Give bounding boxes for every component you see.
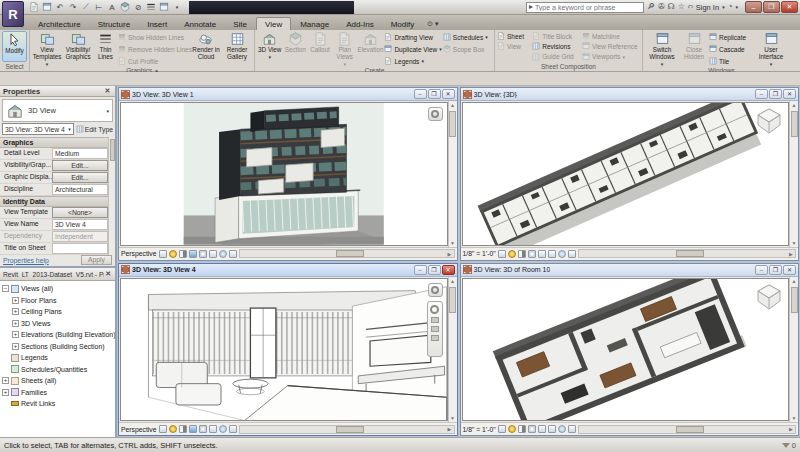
show-crop-icon[interactable]	[209, 250, 217, 258]
tree-item-revit-links[interactable]: Revit Links	[2, 398, 115, 410]
vertical-scrollbar[interactable]: ▲▼	[789, 277, 798, 423]
filter-icon[interactable]	[782, 443, 790, 448]
schedules-button[interactable]: Schedules▾	[443, 32, 492, 42]
crop-view-icon[interactable]	[528, 250, 536, 258]
reveal-hidden-icon[interactable]	[568, 425, 576, 433]
scroll-up-icon[interactable]: ▲	[450, 101, 455, 109]
ribbon-cycle-icon[interactable]: ⊙ ▾	[423, 18, 442, 30]
property-row[interactable]: Visibility/Grap...Edit...	[0, 160, 115, 172]
shadows-icon[interactable]	[179, 425, 187, 433]
property-row[interactable]: View Template<None>	[0, 207, 115, 219]
expand-icon[interactable]: +	[12, 343, 19, 350]
guide-grid-button[interactable]: Guide Grid	[532, 52, 576, 62]
viewport-title-bar[interactable]: 3D View: 3D View 1 –❐✕	[119, 88, 457, 101]
section-identity-data[interactable]: Identity Data«	[0, 196, 115, 207]
application-menu-button[interactable]: R	[2, 1, 24, 27]
close-hidden-button[interactable]: Close Hidden	[680, 31, 708, 67]
view-template-button[interactable]: <None>	[52, 207, 108, 218]
search-box[interactable]: ▸	[526, 2, 644, 13]
plan-views-button[interactable]: Plan Views▾	[333, 31, 357, 67]
legends-button[interactable]: Legends▾	[384, 56, 441, 66]
close-button[interactable]: ✕	[442, 89, 455, 99]
section-graphics[interactable]: Graphics«	[0, 137, 115, 148]
scope-box-button[interactable]: Scope Box	[443, 44, 492, 54]
signin-chevron-icon[interactable]: ▾	[722, 5, 725, 10]
expand-icon[interactable]: +	[2, 377, 9, 384]
minimize-button[interactable]: –	[414, 89, 427, 99]
restore-button[interactable]: ❐	[763, 1, 780, 13]
help-icon[interactable]: ◔	[728, 3, 733, 11]
horizontal-scrollbar[interactable]: ▶	[239, 249, 455, 258]
tree-item-sections[interactable]: +Sections (Building Section)	[2, 341, 115, 353]
shadows-icon[interactable]	[518, 250, 526, 258]
scroll-down-icon[interactable]: ▼	[450, 414, 455, 422]
property-row[interactable]: DependencyIndependent	[0, 231, 115, 243]
minimize-button[interactable]: –	[414, 265, 427, 275]
tab-site[interactable]: Site	[225, 18, 255, 30]
show-rendering-icon[interactable]	[189, 250, 197, 258]
scroll-right-icon[interactable]: ▶	[787, 250, 795, 257]
temporary-hide-icon[interactable]	[219, 425, 227, 433]
vertical-scrollbar[interactable]: ▲▼	[448, 101, 457, 247]
reveal-hidden-icon[interactable]	[568, 250, 576, 258]
tree-item-floor-plans[interactable]: +Floor Plans	[2, 295, 115, 307]
sun-path-icon[interactable]	[508, 250, 516, 258]
measure-icon[interactable]: ⟋	[80, 2, 92, 13]
temporary-hide-icon[interactable]	[219, 250, 227, 258]
full-navigation-wheel-icon[interactable]	[430, 305, 439, 314]
restore-button[interactable]: ❐	[428, 89, 441, 99]
chevron-down-icon[interactable]: ▾	[106, 108, 109, 114]
thin-lines-icon[interactable]	[145, 2, 157, 13]
search-icon[interactable]: 🔎︎	[647, 3, 655, 11]
customize-qat-icon[interactable]: ▾	[171, 2, 183, 13]
scroll-down-icon[interactable]: ▼	[792, 239, 797, 247]
crop-view-icon[interactable]	[199, 425, 207, 433]
tree-item-views[interactable]: −Views (all)	[2, 283, 115, 295]
restore-button[interactable]: ❐	[769, 89, 782, 99]
drafting-view-button[interactable]: Drafting View	[384, 32, 441, 42]
project-browser-header[interactable]: Revit_LT_2013-Dataset_V5.rvt - Proje... …	[0, 268, 115, 281]
viewcube[interactable]	[754, 107, 784, 135]
tree-item-ceiling-plans[interactable]: +Ceiling Plans	[2, 306, 115, 318]
scroll-right-icon[interactable]: ▶	[787, 426, 795, 433]
expand-icon[interactable]: +	[12, 308, 19, 315]
text-icon[interactable]: A	[106, 2, 118, 13]
property-value[interactable]	[52, 243, 108, 254]
orbit-icon[interactable]	[431, 335, 439, 341]
restore-button[interactable]: ❐	[428, 265, 441, 275]
visibility-graphics-button[interactable]: Visibility/ Graphics	[63, 31, 93, 67]
expand-icon[interactable]: +	[2, 389, 9, 396]
elevation-button[interactable]: Elevation	[358, 31, 384, 67]
render-in-cloud-button[interactable]: Render in Cloud	[191, 31, 221, 67]
cut-profile-button[interactable]: Cut Profile	[118, 56, 190, 66]
scroll-up-icon[interactable]: ▲	[792, 101, 797, 109]
close-button[interactable]: ✕	[783, 89, 796, 99]
show-crop-icon[interactable]	[538, 250, 546, 258]
tree-item-3d-views[interactable]: +3D Views	[2, 318, 115, 330]
minimize-button[interactable]: –	[755, 265, 768, 275]
sun-path-icon[interactable]	[169, 250, 177, 258]
expand-icon[interactable]: +	[12, 320, 19, 327]
lock-view-icon[interactable]	[548, 250, 556, 258]
visual-style-icon[interactable]	[159, 425, 167, 433]
temporary-hide-icon[interactable]	[558, 425, 566, 433]
vertical-scrollbar[interactable]: ▲▼	[789, 101, 798, 247]
thin-lines-button[interactable]: Thin Lines	[94, 31, 117, 67]
sun-path-icon[interactable]	[508, 425, 516, 433]
tree-item-schedules[interactable]: Schedules/Quantities	[2, 364, 115, 376]
show-hidden-lines-button[interactable]: Show Hidden Lines	[118, 32, 190, 42]
save-icon[interactable]	[41, 2, 53, 13]
redo-icon[interactable]: ↷	[67, 2, 79, 13]
title-block-button[interactable]: Title Block	[532, 31, 576, 41]
scale-label[interactable]: 1/8" = 1'-0"	[463, 426, 496, 433]
tree-item-sheets[interactable]: +Sheets (all)	[2, 375, 115, 387]
sign-in-button[interactable]: Sign In	[696, 3, 719, 12]
subscription-icon[interactable]: ✇	[658, 3, 665, 11]
open-icon[interactable]	[28, 2, 40, 13]
tab-view[interactable]: View	[256, 17, 291, 30]
visual-style-icon[interactable]	[159, 250, 167, 258]
property-value[interactable]: Architectural	[52, 184, 108, 195]
scroll-up-icon[interactable]: ▲	[792, 277, 797, 285]
tree-item-elevations[interactable]: +Elevations (Building Elevation)	[2, 329, 115, 341]
collapse-icon[interactable]: −	[2, 285, 9, 292]
